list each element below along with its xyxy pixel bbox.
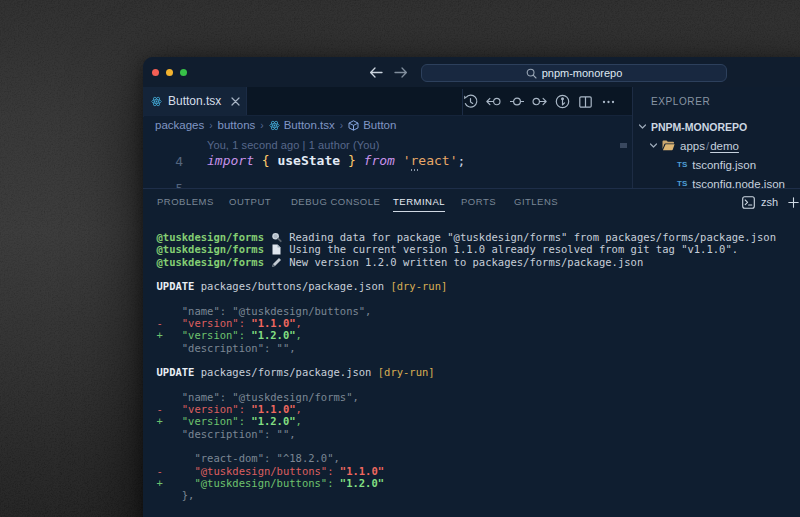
panel-tab-output[interactable]: OUTPUT <box>229 196 271 211</box>
split-editor-icon[interactable] <box>578 94 593 109</box>
line-number: 4 <box>143 154 183 169</box>
chevron-down-icon <box>638 122 647 131</box>
terminal-line: - "version": "1.1.0", <box>157 403 776 415</box>
next-change-icon[interactable] <box>532 94 547 109</box>
code-token: from <box>364 153 395 168</box>
history-icon[interactable] <box>463 94 478 109</box>
explorer-sidebar: EXPLORER PNPM-MONOREPO apps/demo TS tsco… <box>632 87 800 188</box>
terminal-text-segment: "description": "", <box>157 428 296 440</box>
terminal-text-segment: UPDATE <box>157 280 195 292</box>
close-tab-icon[interactable] <box>231 97 240 106</box>
react-file-icon <box>151 96 162 107</box>
navigate-back-button[interactable] <box>369 67 383 78</box>
terminal-text-segment: "1.2.0" <box>251 329 295 341</box>
terminal-text-segment: [dry-run] <box>378 366 435 378</box>
code-line: 4 import { useState } from 'react'; <box>143 152 632 174</box>
terminal-text-segment: "name": "@tuskdesign/forms", <box>157 391 359 403</box>
terminal-text-segment: - "version": <box>157 317 252 329</box>
panel-tab-bar: PROBLEMSOUTPUTDEBUG CONSOLETERMINALPORTS… <box>143 189 800 215</box>
terminal-line: - "@tuskdesign/buttons": "1.1.0" <box>157 465 776 477</box>
file-label: tsconfig.node.json <box>692 178 785 189</box>
search-icon <box>526 68 537 79</box>
code-token <box>254 153 262 168</box>
terminal-text-segment: @tuskdesign/forms <box>157 243 264 255</box>
pencil-icon <box>270 257 283 268</box>
terminal-line: + "@tuskdesign/buttons": "1.2.0" <box>157 477 776 489</box>
panel-tab-ports[interactable]: PORTS <box>461 196 496 211</box>
current-change-icon[interactable] <box>509 94 524 109</box>
terminal-text-segment: Reading data for package "@tuskdesign/fo… <box>283 231 776 243</box>
terminal-line: "name": "@tuskdesign/forms", <box>157 391 776 403</box>
terminal-line <box>157 354 776 366</box>
more-actions-icon[interactable] <box>601 94 616 109</box>
terminal-text-segment: New version 1.2.0 written to packages/fo… <box>283 256 643 268</box>
shell-label[interactable]: zsh <box>761 196 778 208</box>
navigate-forward-button[interactable] <box>394 67 408 78</box>
editor-tab-bar: Button.tsx <box>143 87 632 116</box>
code-token <box>356 153 364 168</box>
breadcrumb-item[interactable]: Button <box>348 119 396 131</box>
terminal-text-segment: packages/buttons/package.json <box>194 280 390 292</box>
code-token: ; <box>458 153 466 168</box>
panel-tab-problems[interactable]: PROBLEMS <box>157 196 214 211</box>
terminal-line <box>157 379 776 391</box>
panel-tab-gitlens[interactable]: GITLENS <box>514 196 558 211</box>
editor-pane[interactable]: You, 1 second ago | 1 author (You) 4 imp… <box>143 133 632 188</box>
tab-button-tsx[interactable]: Button.tsx <box>143 87 247 115</box>
breadcrumb-label: Button <box>363 119 396 131</box>
file-label: tsconfig.json <box>692 159 756 171</box>
terminal-text-segment: "1.2.0" <box>251 415 295 427</box>
panel-tab-debug-console[interactable]: DEBUG CONSOLE <box>291 196 380 211</box>
root-folder-label: PNPM-MONOREPO <box>651 121 747 133</box>
next-line-number: 5 <box>143 181 183 188</box>
typescript-file-icon: TS <box>677 179 687 188</box>
terminal-line: @tuskdesign/forms Reading data for packa… <box>157 231 776 243</box>
tree-item-tsconfig-json[interactable]: TS tsconfig.json <box>677 155 756 174</box>
breadcrumb-item[interactable]: Button.tsx <box>269 119 335 131</box>
editor-scrollbar-thumb[interactable] <box>620 143 627 148</box>
code-token: } <box>348 153 356 168</box>
terminal-text-segment: + "version": <box>157 329 252 341</box>
code-text: import { useState } from 'react'; <box>207 153 465 168</box>
navigation-arrows <box>369 57 408 87</box>
terminal-text-segment: , <box>296 415 302 427</box>
compare-icon[interactable] <box>555 94 570 109</box>
breadcrumb-label: Button.tsx <box>284 119 335 131</box>
typescript-file-icon: TS <box>677 160 687 169</box>
zoom-window-button[interactable] <box>180 69 187 76</box>
close-window-button[interactable] <box>152 69 159 76</box>
terminal-output[interactable]: @tuskdesign/forms Reading data for packa… <box>157 231 776 502</box>
code-token: useState <box>277 153 340 168</box>
terminal-text-segment: , <box>296 403 302 415</box>
tree-item-tsconfig-node-json[interactable]: TS tsconfig.node.json <box>677 174 785 188</box>
tree-item-apps-demo[interactable]: apps/demo <box>649 136 739 155</box>
terminal-line: }, <box>157 489 776 501</box>
terminal-text-segment: }, <box>157 489 195 501</box>
new-terminal-button[interactable] <box>788 197 799 208</box>
terminal-text-segment: "1.1.0" <box>251 317 295 329</box>
minimize-window-button[interactable] <box>166 69 173 76</box>
command-center-search[interactable]: pnpm-monorepo <box>421 64 727 82</box>
terminal-text-segment: @tuskdesign/forms <box>157 231 264 243</box>
prev-change-icon[interactable] <box>486 94 501 109</box>
tab-label: Button.tsx <box>168 94 221 108</box>
explorer-title: EXPLORER <box>651 96 710 107</box>
terminal-line <box>157 292 776 304</box>
code-token <box>395 153 403 168</box>
folder-label-apps: apps <box>680 140 705 152</box>
traffic-lights <box>152 69 187 76</box>
terminal-text-segment: - "version": <box>157 403 252 415</box>
breadcrumb-label: packages <box>155 119 204 131</box>
terminal-text-segment: "1.1.0" <box>340 465 384 477</box>
terminal-line: "react-dom": "^18.2.0", <box>157 452 776 464</box>
code-token: import <box>207 153 254 168</box>
breadcrumb-item[interactable]: buttons <box>218 119 256 131</box>
breadcrumb-separator: › <box>260 120 263 131</box>
terminal-text-segment: "react-dom": "^18.2.0", <box>157 452 340 464</box>
panel-tab-terminal[interactable]: TERMINAL <box>393 196 445 212</box>
vscode-window: pnpm-monorepo Button.tsx packages›button… <box>143 57 800 517</box>
breadcrumb-item[interactable]: packages <box>155 119 204 131</box>
terminal-line: UPDATE packages/buttons/package.json [dr… <box>157 280 776 292</box>
explorer-root-folder[interactable]: PNPM-MONOREPO <box>638 117 747 136</box>
folder-label-demo: demo <box>710 140 739 152</box>
